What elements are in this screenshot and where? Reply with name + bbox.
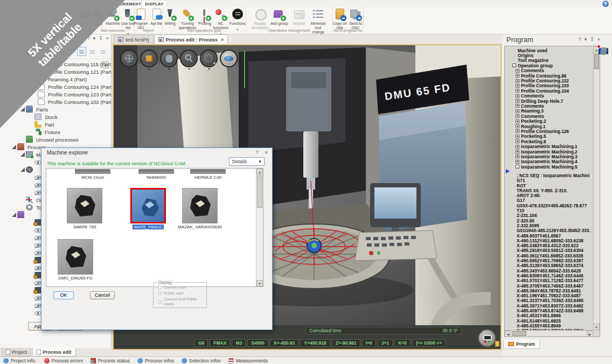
dialog-scrollbar[interactable]: ▲ ▼ <box>256 169 263 286</box>
machine-panel-button[interactable] <box>478 329 496 347</box>
expand-box-icon[interactable]: + <box>516 124 519 128</box>
help-icon[interactable]: ? <box>579 37 581 42</box>
program-tree-row[interactable]: + Pocketing.6 <box>507 139 592 144</box>
expand-triangle-icon[interactable] <box>32 62 37 66</box>
machine-list[interactable]: MCM-Clock NHM8000 HERMLE C40 <box>46 168 263 287</box>
expand-box-icon[interactable]: + <box>516 74 519 78</box>
program-tree-row[interactable]: + Isoparametric Machining.1 <box>507 144 592 149</box>
tab-display[interactable]: DISPLAY <box>141 0 168 8</box>
radio-public-user[interactable]: Public user <box>158 291 206 296</box>
machine-thumbnail[interactable]: MAZAK_VARIAXIS630 <box>174 188 226 229</box>
selection-button[interactable]: × <box>200 50 218 67</box>
radio-current-user[interactable]: Current user <box>158 285 206 290</box>
gcode-line[interactable]: X-491.196Y451.7092Z-333.6487 <box>517 293 599 298</box>
ribbon-item[interactable]: Paste ▾ <box>78 8 92 32</box>
expand-box-icon[interactable]: + <box>516 109 519 113</box>
program-tree-row[interactable]: - Operation group <box>507 63 592 68</box>
program-tree-row[interactable]: - Isoparametric Machining.5 <box>507 164 592 169</box>
program-tree-row[interactable]: + Reaming.3 <box>507 109 592 114</box>
chevron-down-icon[interactable]: ▾ <box>585 37 587 42</box>
expand-triangle-icon[interactable] <box>29 220 33 225</box>
list-view-button-3[interactable] <box>99 47 108 56</box>
gcode-line[interactable]: ; NCS SEQ : Isoparametric Machini <box>517 173 599 178</box>
scrollbar-thumb[interactable] <box>257 176 262 208</box>
machine-thumbnail[interactable]: NHM8000 <box>130 169 182 180</box>
expand-triangle-icon[interactable] <box>20 107 25 111</box>
expand-box-icon[interactable]: + <box>516 89 519 93</box>
expand-triangle-icon[interactable] <box>29 130 33 134</box>
expand-box-icon[interactable]: + <box>516 114 519 118</box>
bottom-tab[interactable]: Project <box>2 348 31 356</box>
tree-row[interactable]: Profile Contouring.123 (Part) <box>0 90 111 98</box>
expand-triangle-icon[interactable] <box>20 152 25 157</box>
zoom-button[interactable] <box>180 50 198 67</box>
expand-box-icon[interactable]: + <box>516 155 519 158</box>
expand-triangle-icon[interactable] <box>29 265 33 270</box>
status-bar-item[interactable]: Selection infos <box>182 358 221 363</box>
expand-triangle-icon[interactable] <box>29 160 33 164</box>
expand-triangle-icon[interactable] <box>29 303 33 307</box>
expand-box-icon[interactable]: + <box>516 129 519 133</box>
details-dropdown[interactable]: Details ▾ <box>229 157 265 166</box>
expand-triangle-icon[interactable] <box>32 92 37 96</box>
chevron-down-icon[interactable]: ▾ <box>93 36 96 41</box>
gcode-line[interactable]: Z-320.95 <box>517 219 599 223</box>
gcode-line[interactable]: X-491.4531Y451.6966 <box>517 313 599 318</box>
ribbon-item[interactable]: Copy on disk <box>332 8 347 30</box>
program-tree-row[interactable]: + Comments <box>507 103 592 108</box>
machine-thumbnail[interactable]: MCM-Clock <box>67 169 119 180</box>
machine-image[interactable] <box>75 169 110 174</box>
program-tree-row[interactable]: + Profile Contouring.122 <box>507 78 592 83</box>
program-tree-row[interactable]: + Isoparametric Machining.4 <box>507 159 592 164</box>
program-content[interactable]: Machine used Origins Tool magazine - <box>504 46 600 337</box>
machine-thumbnail[interactable]: 4AXIS_FANUC <box>122 188 174 229</box>
program-tree-row[interactable]: Machine used <box>507 48 592 53</box>
tree-row[interactable]: Unused processes <box>0 136 111 143</box>
status-bar-item[interactable]: Process status <box>91 358 130 363</box>
gcode-line[interactable]: X-485.384Y453.7878Z-333.6481 <box>517 289 599 293</box>
close-icon[interactable]: × <box>597 37 600 42</box>
program-tree-row[interactable]: + Profile Contouring.86 <box>507 73 592 78</box>
chevron-down-icon[interactable]: ▾ <box>140 67 158 71</box>
dialog-cancel-button[interactable]: Cancel <box>90 291 115 299</box>
section-view-button[interactable] <box>160 50 178 67</box>
expand-triangle-icon[interactable] <box>32 69 37 74</box>
ribbon-item[interactable]: Program ISO <box>134 8 148 30</box>
gcode-line[interactable]: X-491.0701Y451.7128Z-333.6477 <box>517 278 599 283</box>
gcode-line[interactable]: ROT <box>517 184 599 188</box>
gcode-line[interactable]: AROT Z-90. <box>517 193 599 198</box>
close-icon[interactable]: × <box>106 36 109 41</box>
gcode-listing[interactable]: ; NCS SEQ : Isoparametric Machini G71 RO… <box>517 173 599 337</box>
radio-current-public-users[interactable]: Current and Public users <box>158 297 206 306</box>
ok-button[interactable]: OK <box>53 291 74 299</box>
tab-program[interactable]: Program <box>503 340 540 349</box>
expand-triangle-icon[interactable] <box>29 318 33 319</box>
ribbon-item[interactable]: Apt file <box>149 8 163 30</box>
chevron-down-icon[interactable]: ▾ <box>160 67 178 71</box>
gcode-line[interactable]: X-485.3135Y453.5865Z-333.6374 <box>517 263 599 268</box>
expand-triangle-icon[interactable] <box>32 85 37 89</box>
tree-row[interactable]: Reaming.4 (Part) <box>0 75 111 83</box>
program-tree-row[interactable]: + Comments <box>507 94 592 99</box>
tree-row[interactable]: Fixture <box>0 128 111 136</box>
program-tree-row[interactable]: + Isoparametric Machining.2 <box>507 149 592 154</box>
gcode-line[interactable]: X-491.5148Y451.6925 <box>517 319 599 324</box>
expand-triangle-icon[interactable] <box>20 137 25 142</box>
gcode-line[interactable]: X-485.3971Y453.8307Z-333.6492 <box>517 304 599 309</box>
ribbon-item[interactable]: Send to DNC <box>349 8 364 30</box>
expand-triangle-icon[interactable] <box>20 167 25 172</box>
expand-triangle-icon[interactable] <box>29 288 33 292</box>
gcode-line[interactable]: Z-332.5095 <box>517 223 599 228</box>
gcode-line[interactable]: G17 <box>517 198 599 203</box>
expand-box-icon[interactable]: - <box>516 165 519 169</box>
expand-box-icon[interactable]: + <box>516 135 519 138</box>
expand-triangle-icon[interactable] <box>32 77 37 81</box>
expand-triangle-icon[interactable] <box>20 205 25 209</box>
list-view-button-1[interactable] <box>77 47 86 56</box>
expand-triangle-icon[interactable] <box>12 213 16 217</box>
program-tree-row[interactable]: Tool magazine <box>507 58 592 63</box>
gcode-line[interactable]: X-490.5952Y451.7098Z-333.6397 <box>517 258 599 263</box>
expand-triangle-icon[interactable] <box>29 175 33 179</box>
machine-image[interactable] <box>58 239 93 275</box>
tree-row[interactable]: Profile Contouring.115 (Part) <box>0 60 111 68</box>
